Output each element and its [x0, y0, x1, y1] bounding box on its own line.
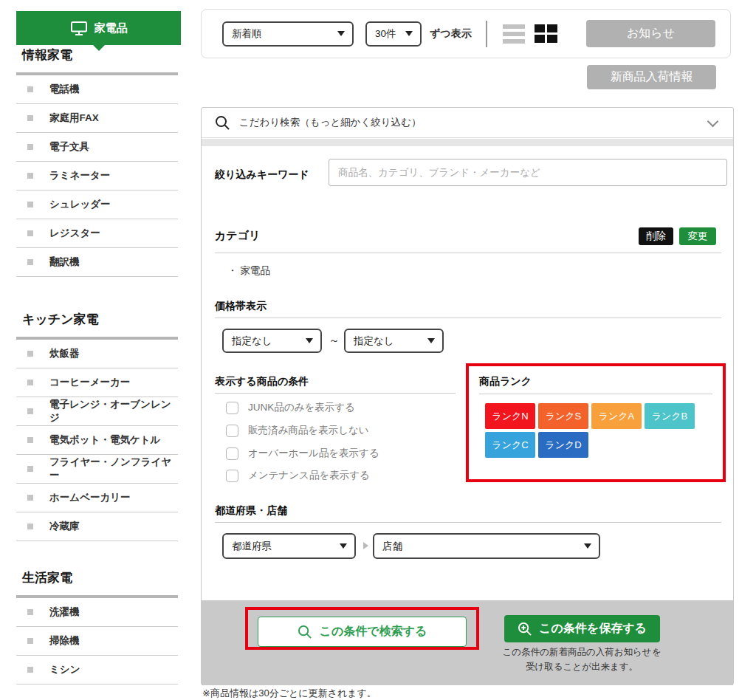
- search-icon: [215, 115, 230, 131]
- sidebar-section-title: 情報家電: [16, 47, 178, 64]
- divider: [479, 394, 712, 394]
- price-to-select[interactable]: 指定なし: [344, 329, 444, 353]
- caret-down-icon: [306, 338, 313, 343]
- caret-down-icon: [337, 31, 345, 36]
- search-button-highlight-box: この条件で検索する: [245, 607, 479, 650]
- rank-a-button[interactable]: ランクA: [591, 403, 642, 429]
- checkbox-junk-only[interactable]: JUNK品のみを表示する: [226, 401, 355, 414]
- rank-s-button[interactable]: ランクS: [538, 403, 588, 429]
- rank-d-button[interactable]: ランクD: [538, 432, 588, 458]
- sidebar-item-vacuum[interactable]: 掃除機: [16, 627, 178, 656]
- checkbox-icon[interactable]: [226, 402, 238, 414]
- notice-button[interactable]: お知らせ: [586, 20, 715, 47]
- square-bullet-icon: [27, 173, 33, 179]
- caret-down-icon: [405, 31, 413, 36]
- product-rank-label: 商品ランク: [479, 375, 532, 388]
- search-with-conditions-button[interactable]: この条件で検索する: [258, 617, 467, 647]
- checkbox-icon[interactable]: [226, 470, 238, 482]
- sidebar-item-stationery[interactable]: 電子文具: [16, 133, 178, 162]
- square-bullet-icon: [27, 466, 33, 472]
- panel-footer: この条件で検索する この条件を保存する この条件の新着商品の入荷お知らせを 受け…: [202, 600, 733, 685]
- arrow-right-icon: [363, 542, 368, 549]
- monitor-icon: [70, 21, 88, 36]
- divider: [215, 318, 721, 318]
- price-range-label: 価格帯表示: [215, 300, 267, 313]
- search-icon: [298, 625, 312, 639]
- new-arrival-info-button[interactable]: 新商品入荷情報: [587, 65, 716, 89]
- checkbox-hide-sold[interactable]: 販売済み商品を表示しない: [226, 424, 369, 437]
- per-page-suffix-label: ずつ表示: [430, 27, 472, 41]
- sidebar-item-sewing-machine[interactable]: ミシン: [16, 656, 178, 684]
- square-bullet-icon: [27, 638, 33, 644]
- sidebar-item-microwave[interactable]: 電子レンジ・オーブンレンジ: [16, 397, 178, 426]
- checkbox-icon[interactable]: [226, 425, 238, 437]
- sidebar-item-phone[interactable]: 電話機: [16, 75, 178, 104]
- rank-b-button[interactable]: ランクB: [645, 403, 695, 429]
- sidebar-section-title: 生活家電: [16, 570, 178, 586]
- store-select[interactable]: 店舗: [373, 533, 600, 559]
- price-range-separator: ～: [329, 334, 340, 348]
- rank-n-button[interactable]: ランクN: [485, 403, 535, 429]
- caret-down-icon: [427, 338, 435, 343]
- rank-c-button[interactable]: ランクC: [485, 432, 535, 458]
- per-page-select[interactable]: 30件: [365, 21, 422, 47]
- caret-down-icon: [340, 543, 347, 549]
- sidebar-item-register[interactable]: レジスター: [16, 219, 178, 248]
- square-bullet-icon: [27, 495, 33, 501]
- sidebar-section-kitchen: キッチン家電 炊飯器 コーヒーメーカー 電子レンジ・オーブンレンジ 電気ポット・…: [16, 312, 178, 541]
- sidebar-item-kettle[interactable]: 電気ポット・電気ケトル: [16, 426, 178, 455]
- chevron-down-icon: [707, 116, 719, 128]
- divider: [202, 139, 733, 146]
- sidebar-item-refrigerator[interactable]: 冷蔵庫: [16, 512, 178, 541]
- category-label: カテゴリ: [215, 229, 260, 243]
- keyword-input[interactable]: [329, 159, 727, 186]
- sort-select[interactable]: 新着順: [222, 21, 354, 47]
- refine-search-panel: こだわり検索（もっと細かく絞り込む） 絞り込みキーワード カテゴリ 削除 変更 …: [201, 107, 734, 685]
- sidebar-category-label: 家電品: [94, 21, 128, 35]
- results-toolbar: 新着順 30件 ずつ表示 お知らせ: [201, 9, 731, 58]
- category-change-button[interactable]: 変更: [679, 227, 716, 245]
- refine-search-header[interactable]: こだわり検索（もっと細かく絞り込む）: [202, 108, 733, 138]
- divider: [215, 253, 721, 253]
- sidebar-item-washer[interactable]: 洗濯機: [16, 598, 178, 627]
- divider: [215, 393, 456, 394]
- sidebar-category-header[interactable]: 家電品: [16, 11, 181, 45]
- grid-view-icon[interactable]: [535, 24, 557, 43]
- price-from-select[interactable]: 指定なし: [222, 329, 322, 353]
- sidebar-item-shredder[interactable]: シュレッダー: [16, 191, 178, 219]
- sidebar-item-fax[interactable]: 家庭用FAX: [16, 104, 178, 133]
- sidebar-section-living: 生活家電 洗濯機 掃除機 ミシン: [16, 570, 178, 684]
- square-bullet-icon: [27, 667, 33, 673]
- save-conditions-button[interactable]: この条件を保存する: [504, 615, 660, 642]
- sidebar-item-coffee-maker[interactable]: コーヒーメーカー: [16, 368, 178, 397]
- save-note-line1: この条件の新着商品の入荷お知らせを: [475, 646, 689, 659]
- sidebar-item-laminator[interactable]: ラミネーター: [16, 162, 178, 191]
- square-bullet-icon: [27, 259, 33, 265]
- square-bullet-icon: [27, 144, 33, 150]
- checkbox-icon[interactable]: [226, 447, 238, 460]
- refine-search-title: こだわり検索（もっと細かく絞り込む）: [239, 116, 421, 129]
- sidebar-section-info: 情報家電 電話機 家庭用FAX 電子文具 ラミネーター シュレッダー レジスター…: [16, 47, 178, 277]
- checkbox-show-maintenance[interactable]: メンテナンス品を表示する: [226, 469, 370, 482]
- square-bullet-icon: [27, 351, 33, 357]
- page: 家電品 情報家電 電話機 家庭用FAX 電子文具 ラミネーター シュレッダー レ…: [0, 0, 756, 700]
- square-bullet-icon: [27, 230, 33, 236]
- category-selected-value: ・ 家電品: [227, 264, 270, 278]
- save-note-line2: 受け取ることが出来ます。: [475, 661, 689, 673]
- square-bullet-icon: [27, 202, 33, 207]
- sidebar-item-bread-maker[interactable]: ホームベーカリー: [16, 484, 178, 512]
- square-bullet-icon: [27, 115, 33, 121]
- square-bullet-icon: [27, 609, 33, 615]
- prefecture-select[interactable]: 都道府県: [222, 533, 356, 559]
- sidebar-item-rice-cooker[interactable]: 炊飯器: [16, 340, 178, 368]
- category-delete-button[interactable]: 削除: [639, 227, 673, 245]
- list-view-icon[interactable]: [503, 24, 525, 44]
- sidebar-item-translator[interactable]: 翻訳機: [16, 248, 178, 277]
- square-bullet-icon: [27, 524, 33, 529]
- sidebar-item-fryer[interactable]: フライヤー・ノンフライヤー: [16, 455, 178, 484]
- search-plus-icon: [518, 622, 532, 636]
- caret-down-icon: [584, 543, 591, 549]
- checkbox-show-overhaul[interactable]: オーバーホール品を表示する: [226, 447, 379, 460]
- update-interval-note: ※商品情報は30分ごとに更新されます。: [202, 687, 377, 700]
- square-bullet-icon: [27, 86, 33, 92]
